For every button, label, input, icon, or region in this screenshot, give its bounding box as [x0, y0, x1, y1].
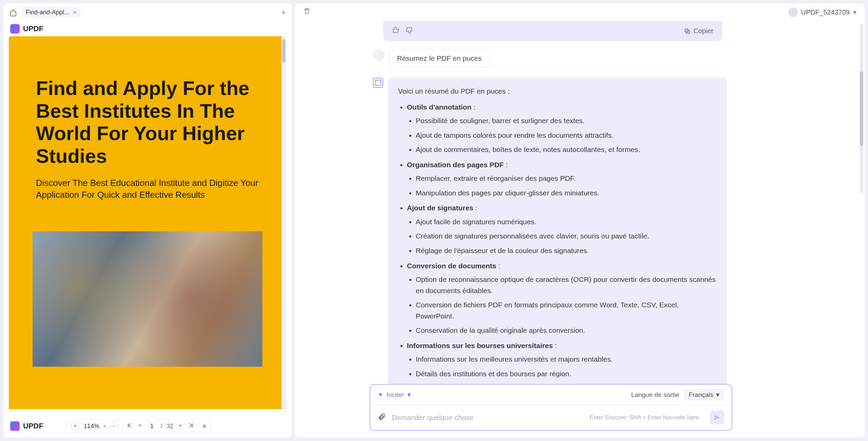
pdf-panel: Find-and-Appl... ✕ + UPDF Find and Apply…	[3, 3, 292, 438]
summary-item: Conversion de fichiers PDF en formats pr…	[416, 300, 717, 322]
ai-message-bubble: Voici un résumé du PDF en puces : Outils…	[388, 78, 727, 384]
pdf-scrollbar[interactable]	[281, 36, 286, 409]
summary-item: Possibilité de souligner, barrer et surl…	[416, 115, 717, 127]
thumbs-down-button[interactable]	[406, 26, 413, 36]
user-menu[interactable]: UPDF_5243709 ▾	[788, 7, 856, 17]
send-button[interactable]	[710, 410, 724, 425]
summary-section: Outils d'annotation :Possibilité de soul…	[407, 102, 717, 155]
page-total: 32	[166, 423, 173, 430]
ai-summary-list: Outils d'annotation :Possibilité de soul…	[407, 102, 717, 384]
next-page-button[interactable]	[177, 422, 183, 430]
summary-item: Remplacer, extraire et réorganiser des p…	[416, 173, 717, 184]
chat-scrollbar[interactable]	[860, 24, 863, 193]
summary-item: Conservation de la qualité originale apr…	[416, 325, 717, 336]
summary-section: Conversion de documents :Option de recon…	[407, 261, 717, 336]
app-name-footer: UPDF	[23, 422, 43, 430]
attach-icon[interactable]	[378, 413, 386, 423]
ai-avatar-icon	[373, 78, 383, 88]
zoom-page-controls: + 114% ▾ − / 32 ✕	[66, 419, 212, 433]
input-hint: Enter Envoyer; Shift + Enter Nouvelle li…	[590, 414, 699, 421]
page-separator: /	[161, 423, 162, 430]
user-message-text: Résumez le PDF en puces	[397, 54, 482, 62]
zoom-in-button[interactable]: +	[71, 422, 80, 430]
tab-title: Find-and-Appl...	[26, 9, 69, 16]
section-title: Informations sur les bourses universitai…	[407, 342, 553, 349]
user-avatar-icon	[788, 7, 798, 17]
summary-item: Détails des institutions et des bourses …	[416, 368, 717, 380]
document-tab[interactable]: Find-and-Appl... ✕	[22, 7, 80, 18]
zoom-out-button[interactable]: −	[110, 422, 118, 430]
summary-item: Ajout de commentaires, boîtes de texte, …	[416, 144, 717, 155]
close-toolbar-button[interactable]: ✕	[202, 423, 206, 429]
section-title: Conversion de documents	[407, 262, 496, 270]
pdf-title: Find and Apply For the Best Institutes I…	[36, 77, 259, 168]
summary-item: Ajout de tampons colorés pour rendre les…	[416, 130, 717, 141]
prev-page-button[interactable]	[137, 422, 143, 430]
app-badge-footer: UPDF	[10, 421, 43, 431]
divider	[122, 422, 123, 430]
composer-toolbar: ✦ Inciter ▾ Langue de sortie Français ▾	[370, 385, 732, 405]
chat-scrollbar-thumb[interactable]	[860, 71, 863, 146]
output-language-group: Langue de sortie Français ▾	[631, 389, 724, 401]
summary-item: Manipulation des pages par cliquer-gliss…	[416, 188, 717, 199]
lang-select[interactable]: Français ▾	[684, 389, 724, 401]
user-avatar-icon	[373, 49, 384, 61]
app-logo-icon	[10, 421, 20, 431]
user-message-bubble: Résumez le PDF en puces	[389, 49, 490, 68]
app-logo-icon	[10, 24, 20, 34]
chat-header: UPDF_5243709 ▾	[295, 3, 865, 21]
pdf-toolbar: UPDF + 114% ▾ − / 32 ✕	[3, 415, 292, 438]
chat-scroll-area[interactable]: Copier Résumez le PDF en puces Voici un …	[295, 21, 865, 384]
user-message-row: Résumez le PDF en puces	[373, 49, 851, 68]
lang-label: Langue de sortie	[631, 391, 679, 399]
inciter-button[interactable]: ✦ Inciter ▾	[378, 391, 411, 399]
summary-item: Présentation de UPDF comme un outil opti…	[416, 383, 717, 384]
chevron-down-icon: ▾	[716, 391, 719, 399]
summary-item: Informations sur les meilleures universi…	[416, 354, 717, 365]
close-icon[interactable]: ✕	[73, 9, 77, 16]
first-page-button[interactable]	[127, 422, 133, 430]
chevron-down-icon: ▾	[408, 391, 411, 399]
summary-item: Ajout facile de signatures numériques.	[416, 216, 717, 228]
summary-section: Organisation des pages PDF :Remplacer, e…	[407, 159, 717, 199]
pdf-viewport[interactable]: Find and Apply For the Best Institutes I…	[9, 36, 286, 409]
composer-input-row: Enter Envoyer; Shift + Enter Nouvelle li…	[370, 405, 732, 430]
ai-intro: Voici un résumé du PDF en puces :	[398, 86, 717, 97]
chevron-down-icon: ▾	[853, 8, 856, 16]
last-page-button[interactable]	[188, 422, 194, 430]
tab-bar: Find-and-Appl... ✕ +	[3, 3, 292, 21]
summary-section: Informations sur les bourses universitai…	[407, 340, 717, 384]
zoom-dropdown-icon[interactable]: ▾	[103, 424, 105, 428]
ai-message-row: Voici un résumé du PDF en puces : Outils…	[373, 78, 851, 384]
section-title: Ajout de signatures	[407, 204, 473, 212]
lang-value: Français	[689, 391, 713, 399]
page-input[interactable]	[147, 423, 157, 430]
app-badge: UPDF	[3, 21, 292, 36]
summary-item: Réglage de l'épaisseur et de la couleur …	[416, 245, 717, 256]
summary-item: Création de signatures personnalisées av…	[416, 231, 717, 242]
inciter-label: Inciter	[387, 391, 404, 399]
previous-response-actions: Copier	[383, 21, 722, 41]
summary-item: Option de reconnaissance optique de cara…	[416, 274, 717, 296]
add-tab-button[interactable]: +	[281, 7, 286, 18]
pdf-subtitle: Discover The Best Educational Institute …	[36, 177, 259, 201]
home-icon[interactable]	[9, 8, 18, 17]
spark-icon: ✦	[378, 391, 383, 399]
zoom-value: 114%	[84, 423, 99, 430]
pdf-scrollbar-thumb[interactable]	[282, 39, 285, 63]
pdf-page: Find and Apply For the Best Institutes I…	[9, 36, 286, 409]
divider	[198, 422, 198, 430]
copy-button[interactable]: Copier	[684, 27, 713, 35]
summary-section: Ajout de signatures :Ajout facile de sig…	[407, 203, 717, 256]
user-name: UPDF_5243709	[801, 8, 850, 16]
section-title: Organisation des pages PDF	[407, 161, 504, 169]
trash-icon[interactable]	[303, 7, 311, 17]
section-title: Outils d'annotation	[407, 103, 471, 111]
copy-label: Copier	[693, 27, 713, 35]
chat-composer: ✦ Inciter ▾ Langue de sortie Français ▾ …	[370, 384, 732, 431]
chat-input[interactable]	[392, 414, 584, 422]
thumbs-up-button[interactable]	[392, 26, 399, 36]
app-name: UPDF	[23, 24, 43, 33]
chat-panel: UPDF_5243709 ▾ Copier Résumez le PDF en	[295, 3, 865, 438]
pdf-cover-image	[33, 231, 262, 367]
